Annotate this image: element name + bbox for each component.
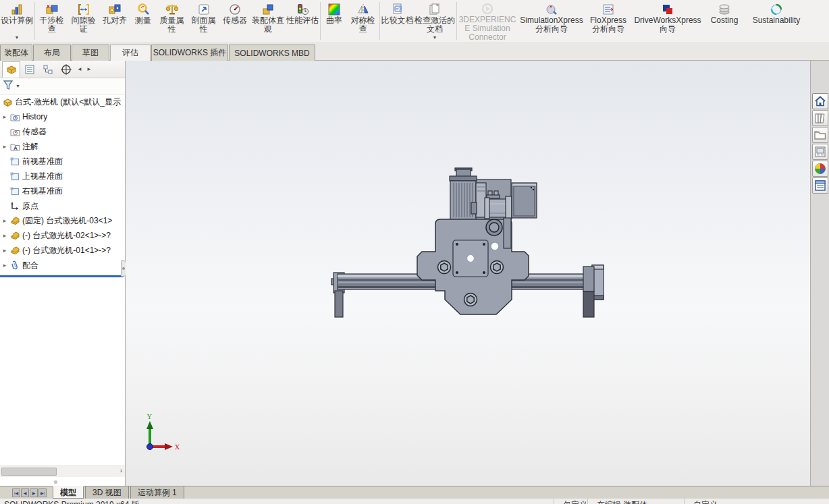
command-tab-3[interactable]: 草图 <box>72 45 109 61</box>
tree-item-label: 前视基准面 <box>22 156 63 167</box>
expand-arrow-icon[interactable]: ▸ <box>0 262 9 269</box>
scrollbar-thumb[interactable] <box>1 468 57 476</box>
tree-item-label: (-) 台式激光机-01<1>->? <box>22 245 111 256</box>
model-canvas[interactable]: Y X <box>126 61 810 486</box>
tree-item[interactable]: ▸History <box>0 109 125 124</box>
ribbon-button-compare-documents[interactable]: =?比较文档 <box>381 0 414 42</box>
doc-tab-2[interactable]: 3D 视图 <box>85 486 129 499</box>
panel-scroll-right[interactable]: ► <box>84 63 94 76</box>
tree-item[interactable]: ▸(-) 台式激光机-01<1>->? <box>0 243 125 258</box>
nav-first-button[interactable]: |◀ <box>12 488 20 497</box>
command-tab-1[interactable]: 装配体 <box>0 45 32 61</box>
ribbon-button-curvature[interactable]: 曲率 <box>321 0 347 42</box>
ribbon-button-interference-check[interactable]: 干涉检查 <box>36 0 68 42</box>
tree-item-root[interactable]: 台式-激光机 (默认<默认_显示 <box>0 94 125 109</box>
expand-arrow-icon[interactable]: ▸ <box>0 113 9 120</box>
dropdown-arrow-icon[interactable]: ▼ <box>0 35 34 40</box>
taskpane-custom-properties-button[interactable] <box>812 177 828 194</box>
tree-item[interactable]: 前视基准面 <box>0 154 125 169</box>
ribbon-button-sensor[interactable]: 传感器 <box>219 0 250 42</box>
ribbon-button-check-active-document[interactable]: *检查激活的文档▼ <box>414 0 456 42</box>
assembly-root-icon <box>2 97 14 107</box>
tree-item[interactable]: 上视基准面 <box>0 169 125 184</box>
rollback-bar[interactable] <box>0 275 124 277</box>
taskpane-home-button[interactable] <box>812 93 828 109</box>
nav-last-button[interactable]: ▶| <box>38 488 47 497</box>
expand-arrow-icon[interactable]: ▸ <box>0 217 9 224</box>
command-tab-5[interactable]: SOLIDWORKS 插件 <box>151 45 228 61</box>
tree-item[interactable]: ▸(-) 台式激光机-02<1>->? <box>0 228 125 243</box>
expand-arrow-icon[interactable]: ▸ <box>0 232 9 239</box>
ribbon-button-label: 比较文档 <box>381 16 414 25</box>
ribbon-button-measure[interactable]: 测量 <box>130 0 156 42</box>
tree-item[interactable]: ▸配合 <box>0 258 125 273</box>
expand-arrow-icon[interactable]: ▸ <box>0 143 9 150</box>
command-tab-6[interactable]: SOLIDWORKS MBD <box>229 45 315 61</box>
ribbon-button-label: 测量 <box>130 16 156 25</box>
panel-bottom-splitter-dot[interactable] <box>54 480 57 484</box>
ribbon-button-symmetry-check[interactable]: 对称检查 <box>347 0 379 42</box>
ribbon-button-driveworksxpress[interactable]: DriveWorksXpress 向导 <box>631 0 705 42</box>
panel-horizontal-scrollbar[interactable]: › <box>0 466 125 477</box>
tree-item[interactable]: 右视基准面 <box>0 184 125 198</box>
command-tab-2[interactable]: 布局 <box>33 45 71 61</box>
ribbon-button-assembly-visualization[interactable]: 装配体直观 <box>250 0 286 42</box>
annotations-folder-icon: A <box>9 142 21 152</box>
scroll-right-arrow[interactable]: › <box>120 467 122 474</box>
ribbon-button-label: Sustainability <box>744 16 809 25</box>
taskpane-design-library-button[interactable] <box>812 110 828 126</box>
clearance-verify-icon <box>77 2 90 16</box>
ribbon-button-floxpress[interactable]: FloXpress 分析向导 <box>586 0 631 42</box>
graphics-viewport[interactable]: Y X <box>126 61 810 486</box>
bottom-tab-row: |◀◀▶▶| 模型3D 视图运动算例 1 <box>0 486 829 499</box>
taskpane-view-palette-button[interactable] <box>812 144 828 160</box>
ribbon-button-label: FloXpress 分析向导 <box>586 16 631 34</box>
ribbon-group-separator <box>456 2 457 40</box>
ribbon-button-label: 检查激活的文档 <box>414 16 456 34</box>
svg-text:A: A <box>14 145 18 151</box>
filter-dropdown-arrow[interactable]: ▼ <box>16 84 20 88</box>
ribbon-button-simulationxpress[interactable]: SimulationXpress 分析向导 <box>517 0 586 42</box>
ribbon-button-hole-alignment[interactable]: 孔对齐 <box>99 0 130 42</box>
command-tab-4[interactable]: 评估 <box>110 45 151 61</box>
ribbon-button-costing[interactable]: Costing <box>705 0 744 42</box>
plane-icon <box>9 186 21 196</box>
model-laser-machine[interactable] <box>331 168 604 317</box>
ribbon-button-sustainability[interactable]: Sustainability <box>744 0 809 42</box>
nav-next-button[interactable]: ▶ <box>30 488 38 497</box>
tree-item-label: 台式-激光机 (默认<默认_显示 <box>15 96 121 108</box>
performance-evaluation-icon <box>296 2 309 16</box>
taskpane-file-explorer-button[interactable] <box>812 127 828 143</box>
doc-tab-1[interactable]: 模型 <box>53 486 84 499</box>
symmetry-check-icon <box>356 2 370 16</box>
hole-alignment-icon <box>108 2 122 16</box>
doc-tab-3[interactable]: 运动算例 1 <box>130 486 184 499</box>
ribbon-button-mass-properties[interactable]: 质量属性 <box>156 0 188 42</box>
ribbon-button-label: 装配体直观 <box>250 16 286 34</box>
status-item: 在编辑 装配体 <box>597 499 647 504</box>
expand-arrow-icon[interactable]: ▸ <box>0 247 9 254</box>
ribbon-button-clearance-verify[interactable]: 间隙验证 <box>68 0 99 42</box>
tree-item-label: 配合 <box>22 260 38 271</box>
command-tab-row: 装配体布局草图评估SOLIDWORKS 插件SOLIDWORKS MBD A▼▼… <box>0 42 829 61</box>
panel-scroll-left[interactable]: ◄ <box>75 63 84 76</box>
tree-item-label: 原点 <box>22 200 38 212</box>
interference-check-icon <box>45 2 59 16</box>
ribbon-button-design-study[interactable]: 设计算例▼ <box>0 0 34 42</box>
model-right-column[interactable] <box>583 267 594 317</box>
dropdown-arrow-icon[interactable]: ▼ <box>414 35 456 40</box>
configurationmanager-tab[interactable] <box>38 61 57 78</box>
ribbon-button-performance-evaluation[interactable]: 性能评估 <box>286 0 319 42</box>
dimxpertmanager-tab[interactable] <box>57 61 75 78</box>
taskpane-appearances-scenes-button[interactable] <box>812 161 828 177</box>
tree-item[interactable]: ▸(固定) 台式激光机-03<1> <box>0 213 125 228</box>
tree-item[interactable]: 原点 <box>0 198 125 213</box>
ribbon-button-section-properties[interactable]: 剖面属性 <box>188 0 219 42</box>
nav-prev-button[interactable]: ◀ <box>21 488 29 497</box>
tree-item[interactable]: 传感器 <box>0 124 125 139</box>
featuremanager-tab[interactable] <box>2 61 20 78</box>
tree-item[interactable]: ▸A注解 <box>0 139 125 154</box>
filter-icon[interactable] <box>3 80 14 92</box>
propertymanager-tab[interactable] <box>20 61 38 78</box>
status-item: 自定义 <box>693 499 718 504</box>
